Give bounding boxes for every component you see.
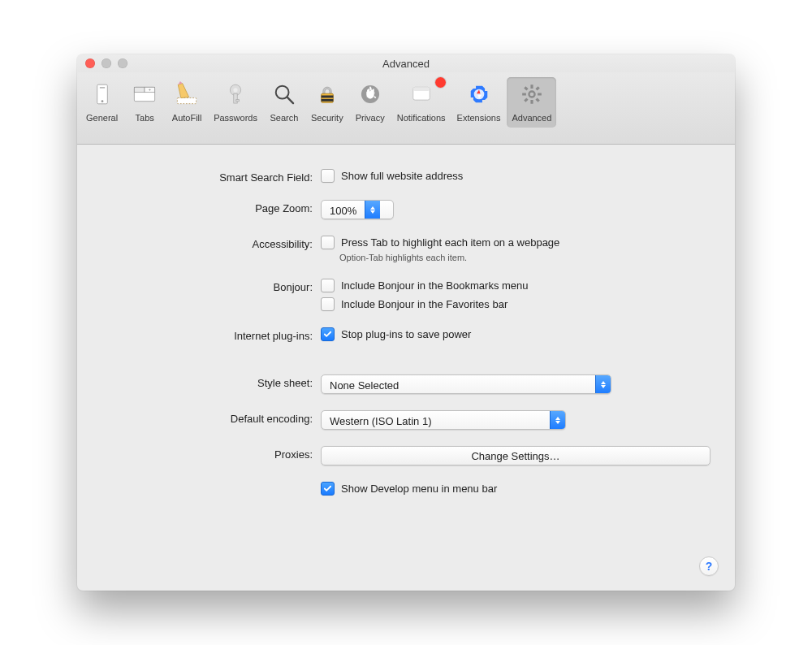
accessibility-hint: Option-Tab highlights each item. (339, 253, 710, 262)
svg-rect-19 (321, 99, 333, 102)
tab-passwords[interactable]: Passwords (209, 77, 262, 128)
preferences-window: Advanced General (77, 54, 735, 591)
tab-label: AutoFill (172, 113, 202, 123)
tab-advanced[interactable]: Advanced (507, 77, 556, 128)
svg-rect-12 (236, 100, 240, 102)
tab-autofill[interactable]: AutoFill (166, 77, 207, 128)
tab-tabs[interactable]: + Tabs (124, 77, 165, 128)
window-minimize-button[interactable] (102, 58, 111, 68)
svg-line-15 (287, 97, 293, 103)
tab-extensions[interactable]: Extensions (452, 77, 506, 128)
select-value: 100% (322, 201, 365, 219)
tab-notifications[interactable]: Notifications (392, 77, 451, 128)
search-icon (269, 79, 300, 110)
smart-search-label: Smart Search Field: (102, 169, 321, 184)
window-title: Advanced (77, 58, 735, 70)
svg-point-13 (233, 88, 237, 92)
select-value: Western (ISO Latin 1) (322, 411, 550, 429)
select-arrows-icon (595, 375, 611, 393)
svg-rect-18 (321, 95, 333, 97)
autofill-icon (171, 79, 202, 110)
svg-text:+: + (149, 87, 151, 92)
general-icon (87, 79, 118, 110)
window-close-button[interactable] (85, 58, 95, 68)
tab-label: Passwords (214, 113, 257, 123)
plugins-label: Internet plug-ins: (102, 327, 321, 342)
tab-security[interactable]: Security (306, 77, 348, 128)
checkbox-label: Stop plug-ins to save power (341, 328, 471, 340)
select-value: None Selected (322, 375, 595, 393)
svg-line-34 (525, 99, 527, 102)
checkbox-icon (321, 169, 335, 183)
tab-label: General (86, 113, 118, 123)
checkbox-icon (321, 297, 335, 311)
svg-marker-8 (178, 84, 188, 98)
tab-label: Search (270, 113, 299, 123)
window-zoom-button[interactable] (118, 58, 127, 68)
tabs-icon: + (129, 79, 160, 110)
titlebar: Advanced (77, 54, 735, 72)
extensions-icon (464, 79, 495, 110)
svg-rect-1 (99, 87, 104, 88)
style-sheet-select[interactable]: None Selected (321, 374, 611, 394)
svg-line-32 (525, 87, 527, 89)
accessibility-label: Accessibility: (102, 236, 321, 250)
tab-label: Advanced (512, 113, 551, 123)
bonjour-label: Bonjour: (102, 279, 321, 293)
checkbox-label: Show full website address (341, 170, 463, 182)
checkbox-icon (321, 236, 335, 249)
notifications-icon (406, 79, 437, 110)
tab-label: Notifications (397, 113, 446, 123)
advanced-icon (516, 79, 547, 110)
tab-label: Privacy (356, 113, 385, 123)
tab-label: Tabs (136, 113, 154, 123)
bonjour-favorites-checkbox[interactable]: Include Bonjour in the Favorites bar (321, 297, 710, 311)
tab-label: Security (311, 113, 343, 123)
checkbox-label: Show Develop menu in menu bar (341, 483, 497, 495)
tab-privacy[interactable]: Privacy (350, 77, 391, 128)
checkbox-icon (321, 327, 335, 341)
privacy-icon (355, 79, 386, 110)
show-full-address-checkbox[interactable]: Show full website address (321, 169, 710, 183)
select-arrows-icon (550, 411, 565, 429)
tab-search[interactable]: Search (264, 77, 304, 128)
window-controls (77, 58, 127, 68)
show-develop-menu-checkbox[interactable]: Show Develop menu in menu bar (321, 482, 710, 496)
press-tab-checkbox[interactable]: Press Tab to highlight each item on a we… (321, 236, 710, 249)
page-zoom-select[interactable]: 100% (321, 200, 394, 219)
style-sheet-label: Style sheet: (102, 374, 321, 389)
tab-label: Extensions (457, 113, 501, 123)
checkbox-icon (321, 482, 335, 496)
svg-rect-11 (234, 93, 237, 103)
svg-point-2 (101, 100, 103, 102)
stop-plugins-checkbox[interactable]: Stop plug-ins to save power (321, 327, 710, 341)
preferences-toolbar: General + Tabs (77, 72, 735, 145)
svg-line-33 (536, 99, 538, 102)
svg-rect-7 (178, 97, 197, 103)
default-encoding-select[interactable]: Western (ISO Latin 1) (321, 410, 566, 430)
svg-line-35 (536, 87, 538, 89)
preferences-body: Smart Search Field: Show full website ad… (77, 145, 735, 591)
svg-rect-4 (135, 87, 145, 92)
notifications-badge (435, 77, 446, 88)
svg-rect-23 (412, 87, 430, 91)
select-arrows-icon (365, 201, 380, 219)
help-button[interactable]: ? (699, 556, 719, 576)
page-zoom-label: Page Zoom: (102, 200, 321, 214)
default-encoding-label: Default encoding: (102, 410, 321, 425)
checkbox-label: Include Bonjour in the Bookmarks menu (341, 279, 529, 292)
tab-general[interactable]: General (81, 77, 123, 128)
proxies-label: Proxies: (102, 446, 321, 461)
checkbox-label: Press Tab to highlight each item on a we… (341, 236, 559, 249)
security-icon (312, 79, 343, 110)
checkbox-label: Include Bonjour in the Favorites bar (341, 298, 508, 310)
checkbox-icon (321, 279, 335, 292)
svg-point-36 (530, 93, 534, 97)
bonjour-bookmarks-checkbox[interactable]: Include Bonjour in the Bookmarks menu (321, 279, 710, 292)
passwords-icon (220, 79, 251, 110)
change-settings-button[interactable]: Change Settings… (321, 446, 710, 465)
